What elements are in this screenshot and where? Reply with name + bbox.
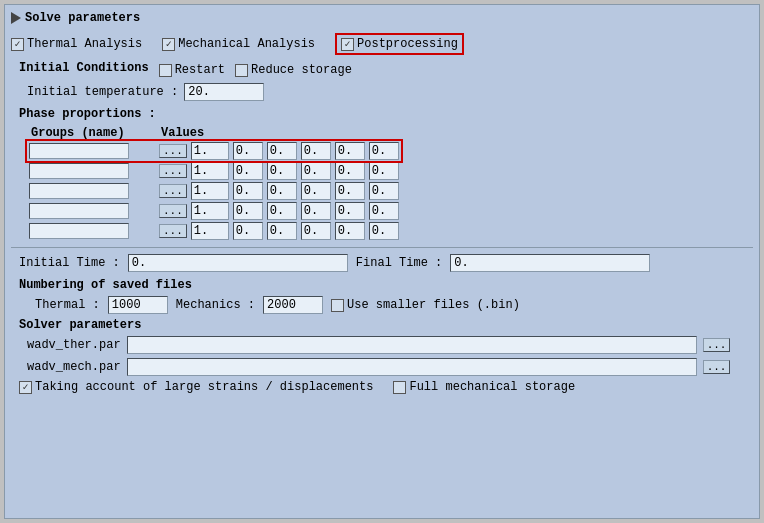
time-row: Initial Time : Final Time :: [19, 254, 753, 272]
full-mechanical-checkbox[interactable]: [393, 381, 406, 394]
reduce-storage-checkbox[interactable]: [235, 64, 248, 77]
initial-time-input[interactable]: [128, 254, 348, 272]
smaller-files-checkbox[interactable]: [331, 299, 344, 312]
thermal-label: Thermal Analysis: [27, 37, 142, 51]
final-time-input[interactable]: [450, 254, 650, 272]
phase-value-input[interactable]: [191, 182, 229, 200]
postprocessing-checkbox[interactable]: [341, 38, 354, 51]
wadv-ther-row: wadv_ther.par ...: [27, 336, 753, 354]
group-browse-button[interactable]: ...: [159, 184, 187, 198]
full-mechanical-checkbox-label[interactable]: Full mechanical storage: [393, 380, 575, 394]
main-panel: Solve parameters Thermal Analysis Mechan…: [4, 4, 760, 519]
phase-value-input[interactable]: [191, 142, 229, 160]
wadv-mech-label: wadv_mech.par: [27, 360, 121, 374]
thermal-files-input[interactable]: [108, 296, 168, 314]
phase-value-input[interactable]: [233, 222, 263, 240]
phase-value-input[interactable]: [369, 162, 399, 180]
col-groups-header: Groups (name): [27, 125, 157, 141]
solver-section: Solver parameters wadv_ther.par ... wadv…: [19, 318, 753, 376]
phase-value-input[interactable]: [369, 222, 399, 240]
mechanical-checkbox-label[interactable]: Mechanical Analysis: [162, 37, 315, 51]
phase-value-input[interactable]: [267, 202, 297, 220]
initial-temp-row: Initial temperature :: [27, 83, 753, 101]
phase-value-input[interactable]: [301, 162, 331, 180]
phase-value-input[interactable]: [191, 222, 229, 240]
phase-value-input[interactable]: [233, 182, 263, 200]
wadv-ther-label: wadv_ther.par: [27, 338, 121, 352]
files-row: Thermal : Mechanics : Use smaller files …: [35, 296, 753, 314]
bottom-checkboxes: Taking account of large strains / displa…: [19, 380, 753, 394]
phase-row: ...: [27, 181, 401, 201]
saved-files-label: Numbering of saved files: [19, 278, 753, 292]
phase-proportions-label: Phase proportions :: [19, 107, 753, 121]
phase-value-input[interactable]: [369, 202, 399, 220]
restart-label: Restart: [175, 63, 225, 77]
wadv-ther-browse-button[interactable]: ...: [703, 338, 731, 352]
phase-value-input[interactable]: [267, 182, 297, 200]
phase-value-input[interactable]: [335, 182, 365, 200]
phase-value-input[interactable]: [233, 162, 263, 180]
restart-checkbox-label[interactable]: Restart: [159, 63, 225, 77]
phase-value-input[interactable]: [233, 142, 263, 160]
large-strains-label: Taking account of large strains / displa…: [35, 380, 373, 394]
final-time-label: Final Time :: [356, 256, 442, 270]
wadv-mech-input[interactable]: [127, 358, 697, 376]
phase-value-input[interactable]: [233, 202, 263, 220]
group-name-input[interactable]: [29, 163, 129, 179]
files-section: Numbering of saved files Thermal : Mecha…: [19, 278, 753, 314]
initial-temp-label: Initial temperature :: [27, 85, 178, 99]
thermal-checkbox[interactable]: [11, 38, 24, 51]
phase-value-input[interactable]: [267, 142, 297, 160]
group-browse-button[interactable]: ...: [159, 204, 187, 218]
phase-value-input[interactable]: [301, 182, 331, 200]
phase-row: ...: [27, 221, 401, 241]
group-name-input[interactable]: [29, 183, 129, 199]
full-mechanical-label: Full mechanical storage: [409, 380, 575, 394]
divider: [11, 247, 753, 248]
phase-value-input[interactable]: [335, 202, 365, 220]
phase-value-input[interactable]: [267, 222, 297, 240]
mechanics-files-input[interactable]: [263, 296, 323, 314]
panel-title-row: Solve parameters: [11, 11, 753, 25]
large-strains-checkbox-label[interactable]: Taking account of large strains / displa…: [19, 380, 373, 394]
initial-conditions-label: Initial Conditions: [19, 61, 149, 75]
collapse-icon[interactable]: [11, 12, 21, 24]
group-name-input[interactable]: [29, 143, 129, 159]
reduce-storage-label: Reduce storage: [251, 63, 352, 77]
phase-value-input[interactable]: [335, 142, 365, 160]
mechanical-label: Mechanical Analysis: [178, 37, 315, 51]
phase-value-input[interactable]: [301, 202, 331, 220]
wadv-mech-browse-button[interactable]: ...: [703, 360, 731, 374]
reduce-storage-checkbox-label[interactable]: Reduce storage: [235, 63, 352, 77]
initial-time-label: Initial Time :: [19, 256, 120, 270]
mechanics-files-label: Mechanics :: [176, 298, 255, 312]
phase-value-input[interactable]: [369, 142, 399, 160]
phase-value-input[interactable]: [191, 162, 229, 180]
thermal-checkbox-label[interactable]: Thermal Analysis: [11, 37, 142, 51]
wadv-mech-row: wadv_mech.par ...: [27, 358, 753, 376]
group-browse-button[interactable]: ...: [159, 144, 187, 158]
analysis-type-row: Thermal Analysis Mechanical Analysis Pos…: [11, 33, 753, 55]
smaller-files-checkbox-label[interactable]: Use smaller files (.bin): [331, 298, 520, 312]
phase-row: ...: [27, 141, 401, 161]
wadv-ther-input[interactable]: [127, 336, 697, 354]
phase-value-input[interactable]: [191, 202, 229, 220]
phase-value-input[interactable]: [335, 222, 365, 240]
group-browse-button[interactable]: ...: [159, 164, 187, 178]
phase-value-input[interactable]: [301, 222, 331, 240]
phase-value-input[interactable]: [301, 142, 331, 160]
mechanical-checkbox[interactable]: [162, 38, 175, 51]
col-values-header: Values: [157, 125, 401, 141]
thermal-files-label: Thermal :: [35, 298, 100, 312]
group-name-input[interactable]: [29, 203, 129, 219]
initial-temp-input[interactable]: [184, 83, 264, 101]
phase-value-input[interactable]: [267, 162, 297, 180]
initial-conditions-row: Initial Conditions Restart Reduce storag…: [19, 61, 753, 79]
large-strains-checkbox[interactable]: [19, 381, 32, 394]
group-name-input[interactable]: [29, 223, 129, 239]
phase-value-input[interactable]: [335, 162, 365, 180]
phase-value-input[interactable]: [369, 182, 399, 200]
restart-checkbox[interactable]: [159, 64, 172, 77]
phase-row: ...: [27, 201, 401, 221]
group-browse-button[interactable]: ...: [159, 224, 187, 238]
